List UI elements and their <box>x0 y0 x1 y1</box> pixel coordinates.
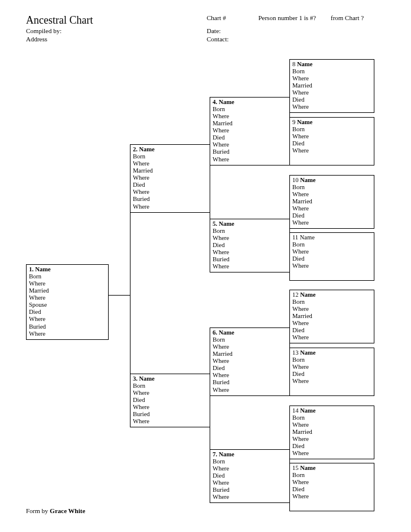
box-field: Where <box>213 387 287 394</box>
box-field: Where <box>213 263 287 270</box>
box-head: 12 Name <box>292 291 371 299</box>
box-field: Where <box>292 75 371 82</box>
box-field: Born <box>292 184 371 191</box>
box-field: Died <box>292 255 371 262</box>
box-field: Where <box>213 113 287 120</box>
ancestor-box-14: 14 NameBornWhereMarriedWhereDiedWhere <box>289 406 374 459</box>
box-field: Born <box>133 153 207 160</box>
box-field: Died <box>292 486 371 493</box>
box-field: Where <box>133 390 207 397</box>
box-field: Born <box>213 106 287 113</box>
box-field: Died <box>133 397 207 404</box>
box-field: Where <box>292 219 371 226</box>
box-head: 1. Name <box>29 266 106 273</box>
date-label: Date: <box>207 27 364 35</box>
box-field: Born <box>292 414 371 421</box>
box-field: Where <box>292 450 371 457</box>
box-field: Where <box>292 320 371 327</box>
box-field: Born <box>213 458 287 465</box>
box-field: Buried <box>133 196 207 203</box>
footer-prefix: Form by <box>26 507 50 514</box>
ancestor-box-3: 3. NameBornWhereDiedWhereBuriedWhere <box>130 374 210 427</box>
box-field: Married <box>29 287 106 294</box>
box-field: Where <box>29 330 106 338</box>
meta-right: Chart # Person number 1 is #? from Chart… <box>207 14 364 43</box>
box-field: Buried <box>213 486 287 494</box>
box-field: Died <box>133 181 207 189</box>
contact-label: Contact: <box>207 35 364 44</box>
box-field: Died <box>213 134 287 141</box>
box-head: 13 Name <box>292 349 371 356</box>
box-head: 3. Name <box>133 375 207 382</box>
box-head: 5. Name <box>213 220 287 228</box>
box-field: Spouse <box>29 301 106 309</box>
compiled-by-label: Compiled by: <box>26 27 61 35</box>
box-field: Where <box>292 436 371 443</box>
box-field: Died <box>292 327 371 334</box>
box-field: Where <box>213 235 287 242</box>
box-field: Married <box>292 313 371 320</box>
box-field: Where <box>213 494 287 501</box>
box-field: Born <box>292 126 371 133</box>
box-field: Where <box>292 364 371 371</box>
box-field: Born <box>292 299 371 306</box>
box-field: Died <box>29 309 106 316</box>
box-field: Born <box>292 472 371 479</box>
box-field: Where <box>213 127 287 134</box>
box-head: 8 Name <box>292 61 371 68</box>
box-field: Buried <box>213 148 287 155</box>
ancestor-box-6: 6. NameBornWhereMarriedWhereDiedWhereBur… <box>210 327 290 396</box>
ancestor-box-13: 13 NameBornWhereDiedWhere <box>289 348 374 396</box>
box-field: Where <box>29 280 106 287</box>
from-chart-label: from Chart ? <box>331 14 364 21</box>
ancestor-box-9: 9 NameBornWhereDiedWhere <box>289 117 374 166</box>
box-head: 2. Name <box>133 146 207 153</box>
box-field: Died <box>213 472 287 479</box>
meta-left: Compiled by: Address <box>26 27 61 44</box>
box-field: Where <box>29 294 106 301</box>
box-field: Where <box>292 248 371 255</box>
box-field: Where <box>292 334 371 341</box>
ancestor-box-4: 4. NameBornWhereMarriedWhereDiedWhereBur… <box>210 97 290 166</box>
box-field: Born <box>213 228 287 235</box>
box-field: Where <box>292 147 371 154</box>
box-field: Married <box>292 429 371 436</box>
box-field: Died <box>292 96 371 103</box>
box-field: Died <box>292 212 371 219</box>
box-field: Where <box>213 372 287 379</box>
ancestor-box-5: 5. NameBornWhereDiedWhereBuriedWhere <box>210 219 290 273</box>
box-field: Where <box>292 89 371 96</box>
box-field: Where <box>292 205 371 212</box>
box-head: 15 Name <box>292 465 371 472</box>
ancestor-box-12: 12 NameBornWhereMarriedWhereDiedWhere <box>289 290 374 343</box>
box-field: Born <box>29 273 106 280</box>
box-head: 7. Name <box>213 451 287 458</box>
person-note-label: Person number 1 is #? <box>258 14 316 21</box>
box-field: Where <box>292 191 371 198</box>
connector <box>109 295 130 296</box>
box-field: Where <box>29 316 106 323</box>
box-field: Born <box>292 241 371 248</box>
box-field: Died <box>213 242 287 249</box>
box-field: Married <box>292 82 371 89</box>
box-field: Where <box>292 133 371 140</box>
box-field: Where <box>292 103 371 111</box>
box-field: Where <box>213 156 287 163</box>
box-field: Born <box>292 68 371 75</box>
box-head: 10 Name <box>292 177 371 184</box>
box-field: Buried <box>29 323 106 330</box>
box-field: Where <box>292 479 371 486</box>
box-field: Where <box>213 358 287 365</box>
box-head: 4. Name <box>213 99 287 106</box>
chart-num-label: Chart # <box>207 14 226 21</box>
ancestor-box-10: 10 NameBornWhereMarriedWhereDiedWhere <box>289 175 374 229</box>
box-field: Buried <box>213 256 287 263</box>
box-field: Where <box>292 493 371 500</box>
box-field: Married <box>133 167 207 174</box>
box-field: Where <box>133 418 207 425</box>
box-field: Died <box>213 365 287 372</box>
ancestor-box-7: 7. NameBornWhereDiedWhereBuriedWhere <box>210 449 290 503</box>
box-head: 14 Name <box>292 407 371 414</box>
box-field: Where <box>213 479 287 486</box>
ancestor-box-1: 1. NameBornWhereMarriedWhereSpouseDiedWh… <box>26 264 109 340</box>
